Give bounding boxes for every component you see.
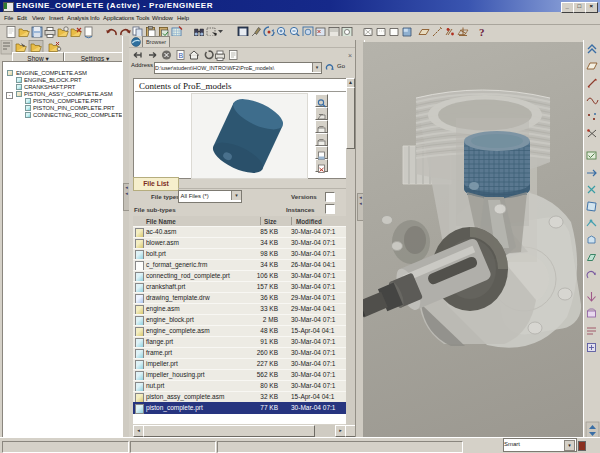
svg-text:?: ? (479, 26, 485, 38)
svg-text:B: B (179, 52, 184, 59)
